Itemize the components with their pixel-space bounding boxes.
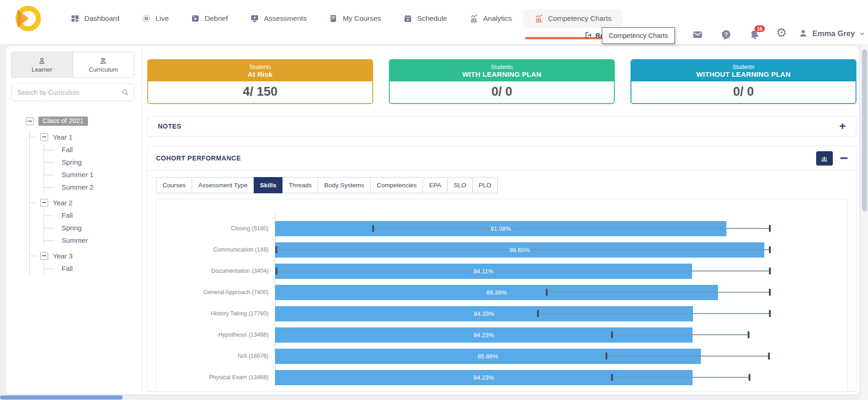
app-logo[interactable] <box>13 5 41 32</box>
expand-notes-button[interactable]: + <box>839 121 846 132</box>
tree-node-term[interactable]: Summer 2 <box>62 181 94 193</box>
notifications-button[interactable]: 16 <box>749 29 761 41</box>
tree-node-term[interactable]: Spring <box>62 156 94 168</box>
card-subtitle: Students <box>732 64 754 70</box>
tree-node-label[interactable]: Fall <box>62 265 73 272</box>
tree-node-label[interactable]: Year 2 <box>53 199 73 207</box>
card-header: Students WITH LEARNING PLAN <box>390 60 614 81</box>
card-title: At Risk <box>248 70 273 78</box>
nav-competency-charts[interactable]: Competency Charts <box>523 9 623 28</box>
nav-dashboard[interactable]: Dashboard <box>59 9 131 28</box>
chart-value-label: 84.33% <box>474 310 494 317</box>
main-nav: Dashboard Live Debrief Assessments <box>59 6 623 31</box>
error-bar-line <box>276 271 770 271</box>
cohort-tools <box>816 151 848 166</box>
tree-node-label[interactable]: Spring <box>62 158 81 166</box>
chart-category-label: General Approach (7400) <box>156 282 274 303</box>
tree-node-label[interactable]: Fall <box>62 211 73 219</box>
chevron-down-icon <box>859 31 865 37</box>
chart-type-button[interactable] <box>816 151 833 166</box>
tab-slo[interactable]: SLO <box>447 177 473 193</box>
chart-row: Communication (148)98.65% <box>156 239 847 260</box>
nav-label: Assessments <box>264 14 306 23</box>
tab-assessment-type[interactable]: Assessment Type <box>192 177 254 193</box>
tab-threads[interactable]: Threads <box>282 177 318 193</box>
tree-node-label[interactable]: Summer 1 <box>62 171 94 178</box>
tab-curriculum[interactable]: Curriculum <box>73 52 134 77</box>
mail-button[interactable] <box>692 29 704 40</box>
card-title: WITHOUT LEARNING PLAN <box>696 70 791 78</box>
nav-debrief[interactable]: Debrief <box>180 9 239 28</box>
help-button[interactable]: ? <box>720 29 732 41</box>
chart-category-label: Communication (148) <box>156 239 274 260</box>
error-bar-cap <box>546 289 548 296</box>
tree-node-label[interactable]: Year 3 <box>53 252 73 260</box>
tree-node-year2[interactable]: Year 2 <box>40 196 94 209</box>
nav-schedule[interactable]: Schedule <box>392 9 458 28</box>
nav-assessments[interactable]: Assessments <box>239 9 318 28</box>
chart-category-label: N/A (16576) <box>156 345 274 367</box>
chart-row: Documentation (3404)84.11% <box>156 260 847 282</box>
tree-node-class[interactable]: Class of 2021 <box>26 115 94 128</box>
horizontal-scrollbar-thumb[interactable] <box>0 395 123 400</box>
tree-node-term[interactable]: Summer <box>62 234 94 246</box>
tree-node-year1[interactable]: Year 1 <box>40 130 94 143</box>
tab-label: Curriculum <box>89 66 118 73</box>
tree-node-label[interactable]: Spring <box>62 224 81 232</box>
tab-body-systems[interactable]: Body Systems <box>318 177 370 193</box>
user-menu[interactable]: Emma Grey <box>798 28 865 38</box>
tree-node-year3[interactable]: Year 3 <box>40 249 94 262</box>
collapse-node-icon[interactable] <box>40 252 48 260</box>
schedule-icon <box>403 14 412 23</box>
notes-title: NOTES <box>158 123 181 130</box>
nav-live[interactable]: Live <box>131 9 180 28</box>
stat-cards: Students At Risk 4/ 150 Students WITH LE… <box>147 59 856 104</box>
tree-node-label[interactable]: Summer 2 <box>62 183 94 191</box>
collapse-node-icon[interactable] <box>40 133 48 141</box>
card-with-learning-plan[interactable]: Students WITH LEARNING PLAN 0/ 0 <box>389 59 615 104</box>
tab-courses[interactable]: Courses <box>156 177 192 193</box>
chart-category-label: Physical Exam (13468) <box>156 367 274 388</box>
tab-competencies[interactable]: Competencies <box>370 177 423 193</box>
tab-plo[interactable]: PLO <box>472 177 498 193</box>
search-icon[interactable] <box>121 88 129 96</box>
tree-node-label[interactable]: Summer <box>62 236 88 244</box>
app-window: Dashboard Live Debrief Assessments <box>0 0 868 400</box>
collapse-node-icon[interactable] <box>26 117 34 125</box>
tree-node-term[interactable]: Fall <box>62 262 94 275</box>
logout-arrow-icon <box>584 31 593 39</box>
nav-analytics[interactable]: Analytics <box>458 9 523 28</box>
tree-year-block: Year 1 Fall Spring Summer 1 Summer 2 <box>40 130 94 193</box>
tab-epa[interactable]: EPA <box>423 177 448 193</box>
vertical-scrollbar-thumb[interactable] <box>862 49 867 211</box>
tree-node-term[interactable]: Fall <box>62 209 94 222</box>
tree-node-label-selected[interactable]: Class of 2021 <box>38 117 88 126</box>
tree-node-term[interactable]: Summer 1 <box>62 168 94 181</box>
error-bar-line <box>547 292 770 293</box>
card-without-learning-plan[interactable]: Students WITHOUT LEARNING PLAN 0/ 0 <box>631 59 856 104</box>
gear-icon: ⚙ <box>776 26 787 40</box>
nav-label: My Courses <box>343 14 381 23</box>
report-link-partial[interactable]: Re <box>584 31 604 39</box>
tab-learner[interactable]: Learner <box>12 52 73 77</box>
tab-skills[interactable]: Skills <box>254 177 283 193</box>
tree-node-label[interactable]: Fall <box>62 146 73 154</box>
error-bar-cap <box>275 246 277 253</box>
card-at-risk[interactable]: Students At Risk 4/ 150 <box>147 59 373 104</box>
search-input[interactable] <box>12 89 121 96</box>
collapse-panel-button[interactable] <box>840 157 848 159</box>
tree-node-term[interactable]: Fall <box>62 143 94 156</box>
nav-my-courses[interactable]: My Courses <box>318 9 392 28</box>
tree-children: Year 1 Fall Spring Summer 1 Summer 2 Yea <box>29 130 94 275</box>
error-bar-cap <box>275 268 277 275</box>
vertical-scrollbar[interactable] <box>861 44 868 400</box>
tree-node-term[interactable]: Spring <box>62 222 94 234</box>
collapse-node-icon[interactable] <box>40 199 48 207</box>
settings-button[interactable]: ⚙ <box>776 27 787 39</box>
tree-node-label[interactable]: Year 1 <box>53 133 73 141</box>
tree-year-block: Year 3 Fall <box>40 249 94 275</box>
error-bar-line <box>612 377 749 378</box>
error-bar-cap <box>537 310 539 317</box>
notes-panel: NOTES + <box>147 116 856 136</box>
tab-label: Learner <box>31 66 52 73</box>
